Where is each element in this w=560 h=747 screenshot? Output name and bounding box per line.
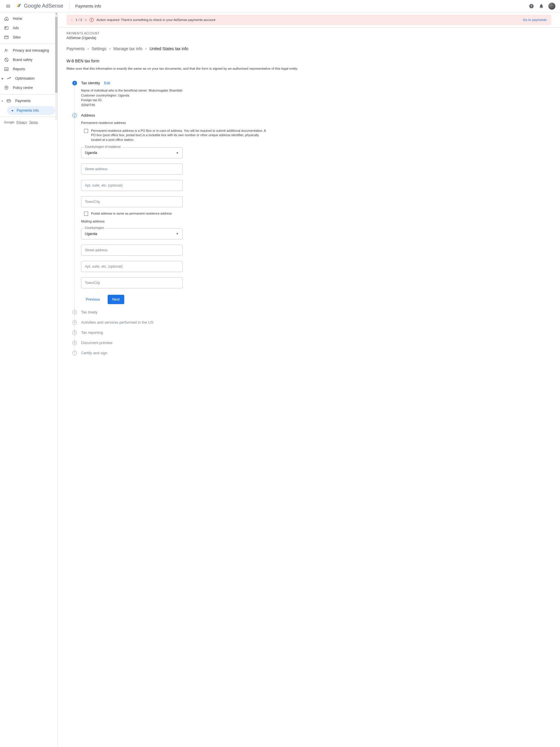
next-button[interactable]: Next (108, 295, 125, 304)
menu-button[interactable] (5, 3, 12, 9)
chevron-right-icon: › (87, 47, 89, 51)
chevron-right-icon: › (109, 47, 110, 51)
mail-town-input[interactable]: Town/City (81, 277, 183, 288)
notifications-button[interactable] (538, 3, 544, 9)
step-activities: 4 Activities and services performed in t… (72, 320, 551, 330)
sidebar-item-payments[interactable]: ▾ Payments (0, 96, 57, 106)
sidebar-item-sites[interactable]: Sites (0, 33, 57, 42)
step1-info: Name of individual who is the beneficial… (81, 88, 551, 107)
svg-rect-13 (7, 69, 7, 70)
step-number-2: 2 (72, 113, 77, 118)
bc-settings[interactable]: Settings (92, 46, 106, 51)
po-box-checkbox[interactable] (84, 129, 88, 133)
collapse-icon: ▾ (2, 100, 3, 102)
previous-button[interactable]: Previous (81, 295, 105, 304)
step-certify-sign: 7 Certify and sign (72, 351, 551, 361)
alert-prev: ‹ (71, 17, 73, 22)
step-number-4: 4 (72, 320, 77, 325)
expand-icon: ▶ (2, 77, 3, 80)
optimisation-icon (6, 76, 11, 81)
alert-pager: 1 / 2 (76, 18, 82, 22)
sidebar-item-home[interactable]: Home (0, 14, 57, 23)
step-tax-identity: 1 Tax identity Edit Name of individual w… (72, 81, 551, 113)
sidebar-item-reports[interactable]: Reports (0, 65, 57, 74)
account-label: PAYMENTS ACCOUNT (67, 32, 551, 35)
sidebar-footer: Google Privacy Terms (0, 117, 57, 127)
step7-title: Certify and sign (81, 351, 107, 355)
sidebar: ▲ Home Ads Sites Privacy and messaging B… (0, 12, 58, 747)
alert-error-icon: ! (90, 18, 94, 22)
alert-banner: ‹ 1 / 2 › ! Action required: There's som… (67, 15, 551, 25)
help-button[interactable]: ? (529, 3, 534, 9)
step-number-3: 3 (72, 310, 77, 315)
sidebar-item-ads[interactable]: Ads (0, 23, 57, 33)
account-name: AdSense (Uganda) (67, 36, 551, 40)
breadcrumb: Payments › Settings › Manage tax info › … (67, 46, 551, 51)
main-content: ‹ 1 / 2 › ! Action required: There's som… (58, 12, 560, 747)
sidebar-scrollbar[interactable]: ▲ (55, 12, 57, 120)
product-name: Google AdSense (24, 3, 63, 9)
svg-rect-4 (5, 36, 8, 38)
step5-title: Tax reporting (81, 330, 103, 335)
form-description: Make sure that this information is exact… (67, 67, 551, 70)
svg-rect-15 (7, 100, 10, 102)
step1-edit-link[interactable]: Edit (104, 81, 110, 85)
mail-country-select[interactable]: Country/region Uganda ▼ (81, 228, 183, 239)
svg-rect-11 (5, 69, 6, 70)
sidebar-item-policy-centre[interactable]: Policy centre (0, 83, 57, 93)
step2-title: Address (81, 113, 95, 118)
sites-icon (4, 35, 9, 40)
stepper: 1 Tax identity Edit Name of individual w… (67, 81, 551, 361)
chevron-right-icon: › (145, 47, 146, 51)
ads-icon (4, 26, 9, 30)
bc-us-tax: United States tax info (149, 46, 188, 51)
street-address-input[interactable]: Street address (81, 163, 183, 175)
sidebar-subitem-payments-info[interactable]: Payments info (7, 106, 55, 115)
adsense-icon (16, 3, 22, 9)
sidebar-item-optimisation[interactable]: ▶ Optimisation (0, 74, 57, 83)
step-tax-treaty: 3 Tax treaty (72, 310, 551, 320)
adsense-logo[interactable]: Google AdSense (16, 3, 63, 9)
perm-address-heading: Permanent residence address (81, 121, 551, 125)
svg-rect-3 (5, 27, 6, 28)
svg-rect-12 (6, 69, 6, 70)
sidebar-item-privacy[interactable]: Privacy and messaging (0, 46, 57, 55)
mail-street-input[interactable]: Street address (81, 244, 183, 256)
country-residence-select[interactable]: Country/region of residence Uganda ▼ (81, 147, 183, 158)
alert-next[interactable]: › (85, 17, 86, 22)
bc-manage-tax[interactable]: Manage tax info (113, 46, 143, 51)
terms-link[interactable]: Terms (29, 121, 38, 124)
header-divider (69, 2, 70, 10)
sidebar-item-brand-safety[interactable]: Brand safety (0, 55, 57, 65)
mail-apt-input[interactable]: Apt, suite, etc. (optional) (81, 261, 183, 272)
help-icon: ? (529, 3, 534, 9)
form-title: W-8 BEN tax form (67, 59, 551, 63)
svg-text:?: ? (531, 4, 532, 7)
apt-suite-input[interactable]: Apt, suite, etc. (optional) (81, 180, 183, 191)
bell-icon (539, 3, 544, 9)
step-number-6: 6 (72, 340, 77, 345)
dropdown-icon: ▼ (176, 151, 179, 155)
privacy-link[interactable]: Privacy (17, 121, 27, 124)
bc-payments[interactable]: Payments (67, 46, 84, 51)
step1-title: Tax identity (81, 81, 100, 85)
reports-icon (4, 67, 9, 72)
dropdown-icon: ▼ (176, 232, 179, 235)
alert-link[interactable]: Go to payments (523, 18, 546, 22)
mailing-address-heading: Mailing address (81, 220, 551, 223)
policy-icon (4, 85, 9, 90)
menu-icon (5, 3, 11, 9)
po-box-description: Permanent residence address is a PO Box … (91, 129, 269, 142)
privacy-icon (4, 48, 9, 53)
step3-title: Tax treaty (81, 310, 97, 314)
user-avatar[interactable] (548, 3, 555, 9)
payments-icon (6, 99, 11, 103)
step-number-7: 7 (72, 351, 77, 355)
town-city-input[interactable]: Town/City (81, 196, 183, 207)
brand-safety-icon (4, 57, 9, 62)
page-title: Payments info (75, 4, 101, 8)
same-as-perm-checkbox[interactable] (84, 212, 88, 216)
svg-point-6 (5, 49, 6, 50)
header: Google AdSense Payments info ? (0, 0, 560, 12)
step-number-5: 5 (72, 330, 77, 335)
